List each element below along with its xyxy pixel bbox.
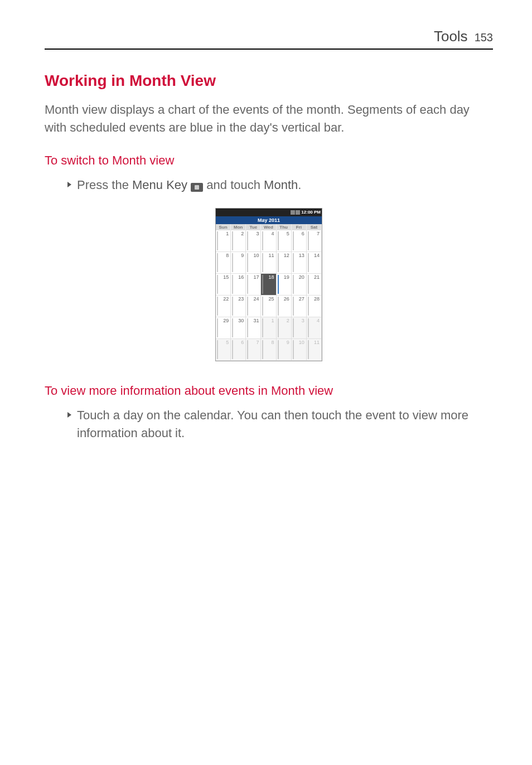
bullet-icon (67, 410, 72, 420)
calendar-cell: 22 (216, 296, 231, 317)
calendar-cell: 8 (261, 339, 276, 361)
subheading-view-more: To view more information about events in… (45, 384, 493, 398)
dow-wed: Wed (261, 224, 276, 230)
text-fragment: . (298, 178, 301, 192)
calendar-cell: 30 (231, 317, 246, 339)
status-time: 12:00 PM (301, 210, 321, 215)
calendar-cell: 11 (261, 252, 276, 274)
calendar-cell: 2 (231, 230, 246, 252)
calendar-cell: 9 (231, 252, 246, 274)
header-section: Tools (434, 28, 468, 45)
menu-key-label: Menu Key (132, 178, 187, 192)
calendar-cell: 11 (307, 339, 322, 361)
calendar-cell: 10 (246, 252, 261, 274)
calendar-cell: 18 (261, 274, 276, 296)
calendar-cell: 26 (277, 296, 292, 317)
calendar-cell: 13 (292, 252, 307, 274)
status-icons (291, 210, 300, 215)
bullet-switch-month: Press the Menu Key and touch Month. (67, 176, 493, 194)
bullet-text-1: Press the Menu Key and touch Month. (77, 176, 301, 194)
dow-tue: Tue (246, 224, 261, 230)
calendar-dow-row: Sun Mon Tue Wed Thu Fri Sat (216, 224, 322, 230)
calendar-cell: 28 (307, 296, 322, 317)
calendar-cell: 19 (277, 274, 292, 296)
text-fragment: Press the (77, 178, 132, 192)
calendar-cell: 21 (307, 274, 322, 296)
dow-mon: Mon (231, 224, 246, 230)
calendar-cell: 15 (216, 274, 231, 296)
calendar-cell: 7 (246, 339, 261, 361)
calendar-cell: 3 (292, 317, 307, 339)
calendar-cell: 5 (277, 230, 292, 252)
month-label: Month (264, 178, 298, 192)
text-fragment: and touch (206, 178, 264, 192)
calendar-cell: 4 (261, 230, 276, 252)
battery-icon (296, 210, 300, 215)
calendar-cell: 1 (216, 230, 231, 252)
dow-fri: Fri (292, 224, 307, 230)
calendar-cell: 25 (261, 296, 276, 317)
menu-key-icon (191, 183, 203, 192)
dow-sun: Sun (216, 224, 231, 230)
bullet-text-2: Touch a day on the calendar. You can the… (77, 406, 493, 442)
calendar-cell: 1 (261, 317, 276, 339)
phone-frame: 12:00 PM May 2011 Sun Mon Tue Wed Thu Fr… (215, 208, 322, 361)
calendar-cell: 3 (246, 230, 261, 252)
calendar-title-bar: May 2011 (216, 216, 322, 224)
calendar-cell: 8 (216, 252, 231, 274)
svg-marker-1 (67, 412, 71, 418)
intro-paragraph: Month view displays a chart of the event… (45, 101, 493, 137)
calendar-cell: 17 (246, 274, 261, 296)
calendar-cell: 20 (292, 274, 307, 296)
calendar-cell: 24 (246, 296, 261, 317)
bullet-view-more: Touch a day on the calendar. You can the… (67, 406, 493, 442)
page-header: Tools 153 (45, 28, 493, 50)
header-page-number: 153 (475, 31, 493, 44)
calendar-cell: 6 (231, 339, 246, 361)
calendar-cell: 2 (277, 317, 292, 339)
calendar-cell: 31 (246, 317, 261, 339)
calendar-cell: 10 (292, 339, 307, 361)
calendar-cell: 6 (292, 230, 307, 252)
status-bar: 12:00 PM (216, 209, 322, 216)
calendar-cell: 29 (216, 317, 231, 339)
calendar-cell: 23 (231, 296, 246, 317)
subheading-switch: To switch to Month view (45, 153, 493, 168)
svg-marker-0 (67, 182, 71, 187)
calendar-cell: 14 (307, 252, 322, 274)
phone-screenshot: 12:00 PM May 2011 Sun Mon Tue Wed Thu Fr… (45, 208, 493, 361)
signal-icon (291, 210, 295, 215)
calendar-cell: 27 (292, 296, 307, 317)
dow-sat: Sat (307, 224, 322, 230)
calendar-cell: 5 (216, 339, 231, 361)
calendar-cell: 12 (277, 252, 292, 274)
calendar-cell: 4 (307, 317, 322, 339)
dow-thu: Thu (277, 224, 292, 230)
calendar-grid: 1234567891011121314151617181920212223242… (216, 230, 322, 361)
calendar-cell: 16 (231, 274, 246, 296)
main-heading: Working in Month View (45, 72, 493, 90)
calendar-cell: 9 (277, 339, 292, 361)
bullet-icon (67, 180, 72, 190)
calendar-cell: 7 (307, 230, 322, 252)
